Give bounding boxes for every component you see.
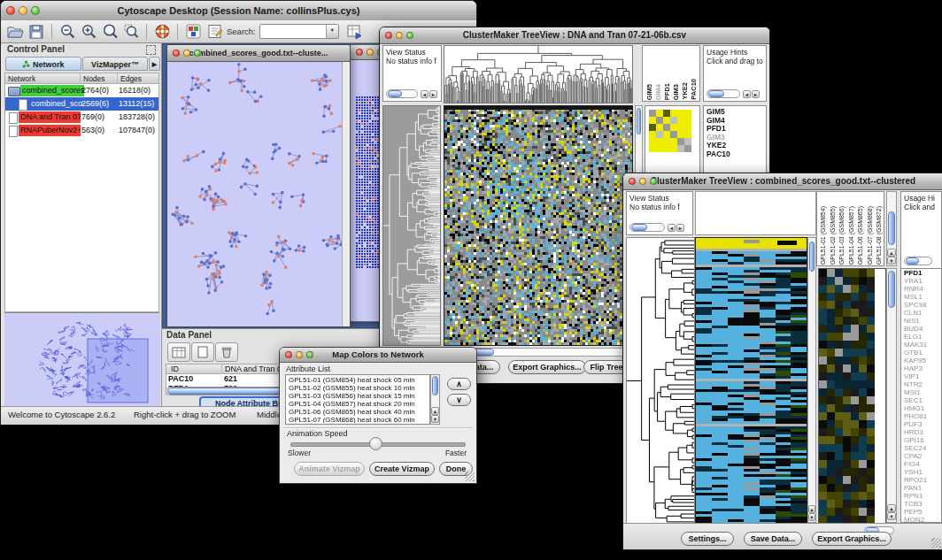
tab-network[interactable]: Network [5, 57, 81, 71]
similarity-cell[interactable] [649, 117, 656, 124]
column-header-network[interactable]: Network [5, 73, 35, 84]
column-header-id[interactable]: ID [168, 364, 179, 374]
attribute-list-item[interactable]: GPL51-02 (GSM855) heat shock 10 min [289, 384, 429, 392]
gene-label[interactable]: PEP5 [904, 508, 940, 516]
zoom-window-icon[interactable] [306, 351, 313, 358]
matrix-column-label[interactable]: GIM4 [655, 84, 662, 100]
column-dendrogram-area[interactable] [695, 191, 816, 235]
close-icon[interactable] [285, 351, 292, 358]
similarity-cell[interactable] [677, 131, 684, 138]
create-vizmap-button[interactable]: Create Vizmap [369, 462, 435, 476]
gene-label[interactable]: PAN1 [904, 484, 940, 492]
similarity-cell[interactable] [677, 124, 684, 131]
similarity-cell[interactable] [656, 138, 663, 145]
network-name[interactable]: DNA and Tran 07 [19, 111, 81, 123]
attribute-select-button[interactable] [167, 342, 190, 362]
scroll-left-icon[interactable]: ◄ [743, 90, 751, 98]
similarity-cell[interactable] [649, 131, 656, 138]
new-attribute-button[interactable] [191, 342, 214, 362]
gene-label[interactable]: HMG1 [904, 404, 940, 412]
network-row-dna-tran[interactable]: DNA and Tran 07 769(0) 183728(0) [5, 111, 158, 124]
similarity-cell[interactable] [670, 138, 677, 145]
close-icon[interactable] [356, 49, 363, 56]
minimize-icon[interactable] [396, 32, 403, 39]
matrix-column-label[interactable]: GIM3 [673, 84, 680, 100]
gene-label[interactable]: RPN1 [904, 492, 940, 500]
status-scrollbar[interactable] [386, 89, 418, 98]
attribute-list-scrollbar[interactable]: ▲ ▼ [430, 374, 440, 425]
scroll-down-icon[interactable]: ▼ [887, 512, 896, 520]
gene-label[interactable]: RNR4 [904, 285, 940, 293]
matrix-column-label[interactable]: YKE2 [682, 82, 689, 100]
attribute-listbox[interactable]: GPL51-01 (GSM854) heat shock 05 minGPL51… [285, 374, 430, 425]
attribute-list-item[interactable]: GPL51-04 (GSM857) heat shock 20 min [289, 400, 429, 408]
heatmap-vertical-scrollbar[interactable]: ▲ ▼ [807, 237, 816, 523]
network-name[interactable]: RNAPuberNov2+ [19, 125, 81, 136]
gene-label[interactable]: YSH1 [904, 468, 940, 476]
minimize-icon[interactable] [367, 49, 374, 56]
heatmap-column-label[interactable]: GPL51-06 (GSM865) [856, 206, 866, 265]
dialog-title-bar[interactable]: Map Colors to Network [280, 348, 476, 363]
column-dendrogram-canvas[interactable] [444, 45, 633, 104]
similarity-cell[interactable] [663, 145, 670, 152]
similarity-cell[interactable] [684, 138, 691, 145]
matrix-column-label[interactable]: GIM5 [646, 84, 653, 100]
matrix-row-label[interactable]: PAC10 [706, 150, 764, 159]
gene-label[interactable]: PHO81 [904, 412, 940, 420]
zoom-heatmap-canvas[interactable] [818, 268, 886, 525]
similarity-cell[interactable] [684, 131, 691, 138]
scroll-down-icon[interactable]: ▼ [887, 257, 896, 265]
similarity-cell[interactable] [670, 110, 677, 117]
gene-label[interactable]: SPC98 [904, 301, 940, 309]
search-input[interactable]: ▼ [259, 24, 339, 39]
gene-label[interactable]: MSL1 [904, 293, 940, 301]
matrix-column-label[interactable]: PFD1 [664, 83, 671, 100]
minimize-icon[interactable] [183, 50, 190, 57]
similarity-cell[interactable] [649, 145, 656, 152]
gene-label[interactable]: PFD1 [904, 269, 940, 277]
similarity-cell[interactable] [663, 110, 670, 117]
similarity-cell[interactable] [649, 124, 656, 131]
network-overview-canvas[interactable] [4, 314, 160, 406]
network-table-header[interactable]: Network Nodes Edges [4, 73, 159, 84]
heatmap-column-label[interactable]: GPL51-02 (GSM855) [829, 206, 838, 265]
treeview2-title-bar[interactable]: ClusterMaker TreeView : combined_scores_… [623, 173, 942, 190]
scroll-left-icon[interactable]: ◄ [668, 224, 676, 232]
similarity-cell[interactable] [670, 145, 677, 152]
gene-label[interactable]: MON2 [904, 516, 940, 522]
zoom-fit-icon[interactable] [100, 23, 120, 41]
similarity-cell[interactable] [656, 124, 663, 131]
attribute-list-item[interactable]: GPL51-06 (GSM865) heat shock 40 min [289, 408, 429, 416]
export-graphics-button[interactable]: Export Graphics... [812, 532, 892, 546]
similarity-matrix[interactable] [649, 110, 691, 152]
resize-grip[interactable] [465, 472, 475, 481]
similarity-cell[interactable] [663, 131, 670, 138]
network-vertical-scrollbar[interactable] [342, 62, 350, 326]
similarity-cell[interactable] [677, 110, 684, 117]
heatmap-column-label[interactable]: GPL51-01 (GSM854) [819, 206, 829, 265]
similarity-cell[interactable] [684, 117, 691, 124]
gene-label[interactable]: VIP1 [904, 372, 940, 380]
window-controls[interactable] [173, 50, 201, 57]
hints-scrollbar[interactable] [706, 89, 740, 98]
gene-label[interactable]: BUD4 [904, 325, 940, 333]
scroll-up-icon[interactable]: ▲ [887, 504, 896, 512]
vizmapper-icon[interactable] [183, 23, 203, 41]
network-canvas[interactable] [168, 62, 342, 322]
similarity-cell[interactable] [670, 117, 677, 124]
heatmap-column-label[interactable]: GPL51-04 (GSM857) [847, 206, 857, 265]
tab-overflow-button[interactable]: ▶ [149, 57, 160, 71]
window-controls[interactable] [285, 351, 313, 358]
matrix-column-label[interactable]: PAC10 [691, 79, 698, 100]
zoom-in-icon[interactable] [79, 23, 98, 41]
resize-grip[interactable] [931, 538, 941, 548]
similarity-cell[interactable] [677, 138, 684, 145]
zoom-window-icon[interactable] [406, 32, 413, 39]
attribute-list-item[interactable]: GPL51-03 (GSM856) heat shock 15 min [289, 392, 429, 400]
network-name[interactable]: combined_scores [20, 85, 84, 96]
scroll-up-icon[interactable]: ▲ [808, 505, 815, 513]
treeview1-title-bar[interactable]: ClusterMaker TreeView : DNA and Tran 07-… [380, 27, 769, 44]
similarity-cell[interactable] [677, 145, 684, 152]
zoom-window-icon[interactable] [194, 50, 201, 57]
similarity-cell[interactable] [656, 117, 663, 124]
